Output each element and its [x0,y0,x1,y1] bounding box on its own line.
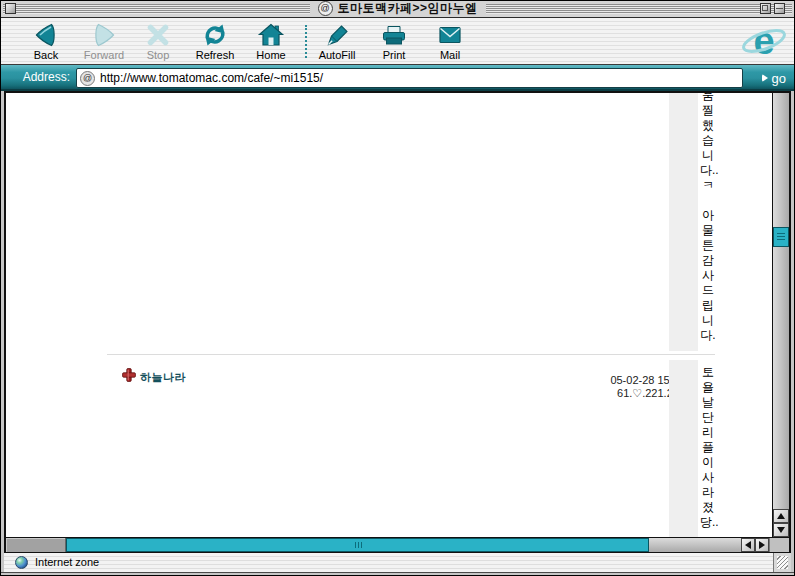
forward-label: Forward [84,50,124,61]
post-divider [107,354,715,355]
toolbar-separator [305,25,307,58]
left-arrow-icon [745,541,751,549]
post-date: 05-02-28 15:18 [486,374,685,387]
vertical-scrollbar-thumb[interactable] [773,227,789,247]
printer-icon [379,22,409,48]
frame-corner-pane [6,538,66,552]
go-chevron-icon [762,74,768,82]
window-title: @ 토마토맥카페>>임마누엘 [309,0,485,17]
stop-button[interactable]: Stop [130,22,186,61]
scrollbar-corner [769,538,789,552]
home-label: Home [256,50,285,61]
home-button[interactable]: Home [243,22,299,61]
autofill-label: AutoFill [319,50,356,61]
scroll-right-button[interactable] [755,538,769,552]
zoom-box[interactable] [760,3,771,14]
titlebar[interactable]: @ 토마토맥카페>>임마누엘 [0,0,795,18]
post-top-side-text: 움 찔 했 습 니 다.. ㅋ 아 물 튼 감 사 드 립 니 다. [700,93,716,343]
stop-x-icon [146,22,170,48]
print-button[interactable]: Print [366,22,422,61]
stop-label: Stop [147,50,170,61]
refresh-label: Refresh [196,50,235,61]
internet-explorer-logo: e [740,20,788,68]
forward-arrow-icon [91,22,117,48]
address-label: Address: [14,70,70,84]
address-field[interactable]: @ [76,68,743,88]
window-resize-grip[interactable] [773,553,791,572]
autofill-pen-icon [324,22,350,48]
mail-button[interactable]: Mail [422,22,478,61]
window-title-text: 토마토맥카페>>임마누엘 [337,0,477,17]
post-bottom-gray-cell [669,360,698,537]
back-arrow-icon [33,22,59,48]
print-label: Print [383,50,406,61]
scroll-up-button[interactable] [773,509,789,523]
content-frame: 움 찔 했 습 니 다.. ㅋ 아 물 튼 감 사 드 립 니 다. 하늘나라 … [4,91,791,537]
refresh-arrows-icon [201,22,229,48]
post-bottom-side-text: 토 욜 날 단 리 플 이 사 라 졌 당.. [700,365,716,530]
toolbar: Back Forward Stop Refresh Home [0,18,795,65]
author-name: 하늘나라 [140,370,186,385]
post-ip: 61.♡.221.215 [486,387,685,400]
windowshade-box[interactable] [774,3,785,14]
post-top-gray-cell [669,93,698,351]
vertical-scrollbar[interactable] [772,93,789,537]
security-zone-text: Internet zone [35,556,99,569]
scroll-left-button[interactable] [741,538,755,552]
post-timestamp-block: 05-02-28 15:18 61.♡.221.215 [486,374,685,400]
forward-button[interactable]: Forward [76,22,132,61]
horizontal-scrollbar-thumb[interactable] [66,538,649,552]
window-bottom-edge [1,572,794,576]
close-box[interactable] [5,3,16,14]
refresh-button[interactable]: Refresh [187,22,243,61]
browser-window: @ 토마토맥카페>>임마누엘 Back Forward Stop [0,0,795,576]
right-arrow-icon [759,541,765,549]
page-at-icon: @ [317,1,332,16]
down-arrow-icon [777,527,785,533]
status-bar: Internet zone [4,553,791,572]
url-at-icon: @ [80,71,95,86]
back-button[interactable]: Back [18,22,74,61]
svg-text:e: e [753,20,774,62]
address-bar: Address: @ go [0,65,795,91]
up-arrow-icon [777,513,785,519]
horizontal-scrollbar[interactable] [4,537,791,553]
scroll-down-button[interactable] [773,523,789,537]
home-house-icon [257,22,285,48]
go-button[interactable]: go [759,69,789,87]
globe-icon [15,556,28,569]
page-content: 움 찔 했 습 니 다.. ㅋ 아 물 튼 감 사 드 립 니 다. 하늘나라 … [6,93,772,537]
back-label: Back [34,50,58,61]
autofill-button[interactable]: AutoFill [309,22,365,61]
envelope-icon [436,22,464,48]
author-badge[interactable]: 하늘나라 [122,368,186,386]
address-input[interactable] [100,71,742,85]
go-label: go [772,71,786,86]
red-cross-icon [122,368,136,386]
mail-label: Mail [440,50,460,61]
